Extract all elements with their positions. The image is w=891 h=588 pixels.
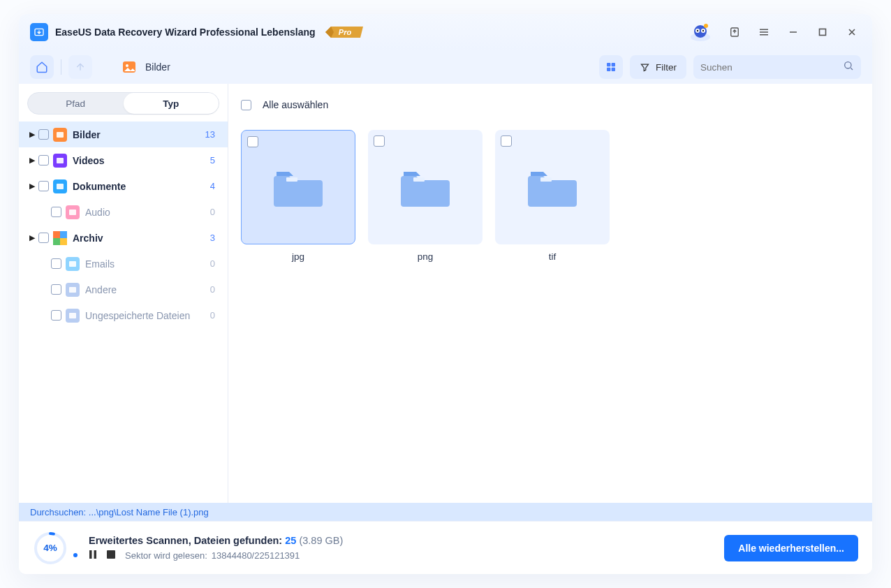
tree-checkbox[interactable] bbox=[38, 233, 49, 243]
share-icon[interactable] bbox=[726, 23, 744, 41]
svg-rect-38 bbox=[540, 177, 552, 182]
sidebar-item-archiv[interactable]: ▶Archiv3 bbox=[19, 225, 228, 251]
sidebar-item-dokumente[interactable]: ▶Dokumente4 bbox=[19, 173, 228, 199]
tree-checkbox[interactable] bbox=[51, 258, 61, 269]
status-text: Erweitertes Scannen, Dateien gefunden: 2… bbox=[89, 535, 713, 561]
category-icon bbox=[53, 231, 67, 245]
sidebar: Pfad Typ ▶Bilder13▶Videos5▶Dokumente4Aud… bbox=[19, 84, 228, 503]
progress-ring: 4% bbox=[33, 531, 68, 566]
folder-tile-png[interactable]: png bbox=[368, 130, 483, 262]
mascot-icon[interactable] bbox=[686, 21, 714, 43]
progress-percent: 4% bbox=[33, 531, 68, 566]
svg-text:Pro: Pro bbox=[338, 28, 351, 36]
home-button[interactable] bbox=[30, 55, 54, 79]
select-all-checkbox[interactable] bbox=[241, 100, 251, 110]
up-button bbox=[68, 55, 92, 79]
tab-typ[interactable]: Typ bbox=[124, 93, 219, 114]
tree-count: 0 bbox=[210, 310, 215, 321]
chevron-right-icon: ▶ bbox=[26, 182, 38, 191]
tree-checkbox[interactable] bbox=[38, 155, 49, 166]
breadcrumb-label: Bilder bbox=[145, 61, 170, 73]
filter-button[interactable]: Filter bbox=[630, 55, 686, 79]
tab-pfad[interactable]: Pfad bbox=[28, 93, 124, 114]
app-logo-icon bbox=[30, 23, 48, 41]
svg-rect-25 bbox=[69, 210, 76, 215]
svg-rect-33 bbox=[69, 287, 76, 293]
svg-rect-26 bbox=[53, 231, 60, 238]
svg-point-17 bbox=[845, 62, 851, 68]
content-area: Alle auswählen jpgpngtif bbox=[228, 84, 872, 503]
tile-label: png bbox=[368, 251, 483, 262]
svg-rect-28 bbox=[53, 238, 60, 245]
chevron-right-icon: ▶ bbox=[26, 233, 38, 242]
tree-count: 4 bbox=[210, 181, 215, 191]
sidebar-item-andere[interactable]: Andere0 bbox=[19, 277, 228, 302]
tree-count: 0 bbox=[210, 258, 215, 269]
category-icon bbox=[66, 309, 80, 323]
search-field[interactable] bbox=[693, 55, 861, 79]
sidebar-item-audio[interactable]: Audio0 bbox=[19, 199, 228, 225]
sidebar-item-emails[interactable]: Emails0 bbox=[19, 251, 228, 277]
tree-checkbox[interactable] bbox=[38, 181, 49, 191]
main-body: Pfad Typ ▶Bilder13▶Videos5▶Dokumente4Aud… bbox=[19, 84, 872, 503]
category-icon bbox=[53, 128, 67, 142]
tree-label: Emails bbox=[85, 258, 210, 270]
sector-label: Sektor wird gelesen: bbox=[125, 550, 207, 561]
folder-tile-tif[interactable]: tif bbox=[495, 130, 610, 262]
tree-label: Archiv bbox=[73, 233, 210, 244]
tile-checkbox[interactable] bbox=[501, 135, 512, 147]
sidebar-item-bilder[interactable]: ▶Bilder13 bbox=[19, 122, 228, 147]
recover-all-button[interactable]: Alle wiederherstellen... bbox=[724, 535, 858, 561]
svg-rect-21 bbox=[57, 158, 64, 163]
folder-icon bbox=[401, 166, 450, 208]
sidebar-item-ungespeicherte dateien[interactable]: Ungespeicherte Dateien0 bbox=[19, 302, 228, 328]
sidebar-item-videos[interactable]: ▶Videos5 bbox=[19, 147, 228, 173]
scan-path-text: Durchsuchen: ...\png\Lost Name File (1).… bbox=[30, 507, 209, 517]
svg-rect-29 bbox=[60, 238, 67, 245]
hamburger-menu-icon[interactable] bbox=[755, 23, 773, 41]
sidebar-tabs: Pfad Typ bbox=[27, 92, 219, 115]
category-icon bbox=[53, 154, 67, 168]
category-icon bbox=[53, 179, 67, 193]
chevron-right-icon: ▶ bbox=[26, 156, 38, 165]
images-icon bbox=[120, 58, 138, 76]
pause-icon[interactable] bbox=[89, 550, 97, 561]
tree-checkbox[interactable] bbox=[51, 310, 61, 321]
maximize-icon[interactable] bbox=[813, 23, 832, 41]
svg-point-6 bbox=[697, 30, 698, 31]
svg-rect-35 bbox=[69, 313, 76, 318]
tree-checkbox[interactable] bbox=[38, 129, 49, 140]
minimize-icon[interactable] bbox=[784, 23, 802, 41]
view-grid-button[interactable] bbox=[599, 55, 623, 79]
tree-label: Ungespeicherte Dateien bbox=[85, 310, 210, 321]
tile-box[interactable] bbox=[495, 130, 610, 244]
tile-box[interactable] bbox=[368, 130, 483, 244]
svg-rect-31 bbox=[69, 261, 76, 267]
app-window: EaseUS Data Recovery Wizard Professional… bbox=[19, 14, 872, 574]
separator bbox=[61, 59, 61, 75]
tile-checkbox[interactable] bbox=[374, 135, 385, 147]
tree-checkbox[interactable] bbox=[51, 284, 61, 295]
svg-rect-42 bbox=[94, 550, 97, 559]
filter-icon bbox=[640, 62, 650, 73]
folder-icon bbox=[528, 166, 577, 208]
tile-checkbox[interactable] bbox=[247, 136, 258, 147]
found-size: (3.89 GB) bbox=[299, 535, 343, 546]
tile-box[interactable] bbox=[241, 130, 355, 244]
tree-checkbox[interactable] bbox=[51, 207, 61, 217]
sector-value: 13844480/225121391 bbox=[212, 550, 300, 561]
stop-icon[interactable] bbox=[107, 550, 115, 561]
svg-rect-10 bbox=[820, 29, 826, 36]
search-icon bbox=[843, 60, 854, 74]
status-bar: 4% Erweitertes Scannen, Dateien gefunden… bbox=[19, 521, 872, 574]
tree-count: 0 bbox=[210, 207, 215, 217]
search-input[interactable] bbox=[700, 62, 837, 73]
window-title: EaseUS Data Recovery Wizard Professional… bbox=[55, 27, 316, 38]
folder-tile-jpg[interactable]: jpg bbox=[241, 130, 355, 262]
svg-rect-19 bbox=[57, 132, 64, 138]
status-sector-row: Sektor wird gelesen: 13844480/225121391 bbox=[89, 550, 713, 561]
tile-label: jpg bbox=[241, 251, 355, 262]
tree-count: 13 bbox=[205, 129, 215, 140]
close-icon[interactable] bbox=[843, 23, 861, 41]
select-all-row[interactable]: Alle auswählen bbox=[241, 95, 860, 115]
